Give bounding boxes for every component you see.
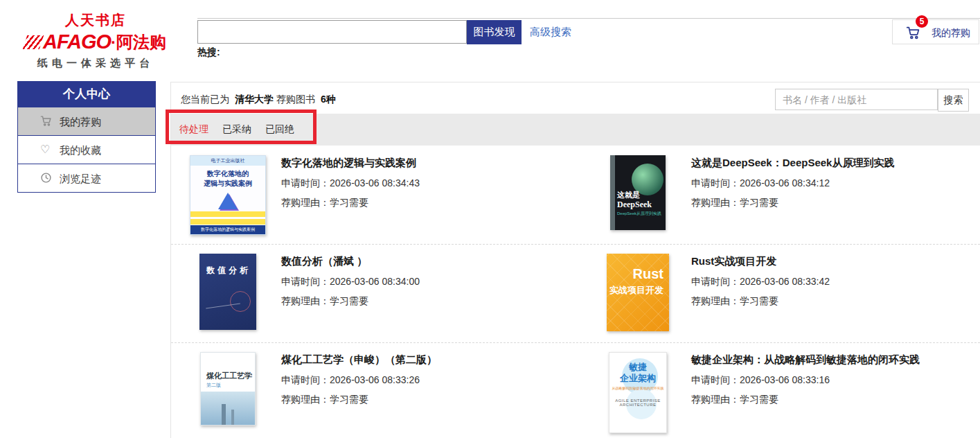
brand-row: AFAGO ·阿法购 — [23, 30, 168, 53]
book-title[interactable]: 敏捷企业架构：从战略解码到敏捷落地的闭环实践 — [691, 353, 980, 367]
time-value: 2026-03-06 08:34:00 — [330, 276, 420, 287]
time-value: 2026-03-06 08:33:26 — [330, 374, 420, 385]
reason-label: 荐购理由： — [691, 295, 740, 306]
cover-text: 这就是 — [617, 190, 640, 200]
reason-label: 荐购理由： — [281, 197, 330, 208]
cover-text: 企业架构 — [609, 372, 666, 385]
cover-graphic — [218, 193, 238, 209]
advanced-search-link[interactable]: 高级搜索 — [530, 26, 571, 39]
cover-text: 数值分析 — [206, 265, 251, 277]
cover-text: 实战项目开发 — [609, 284, 663, 297]
book-title[interactable]: 煤化工工艺学（申峻）（第二版） — [281, 353, 572, 367]
site-logo[interactable]: 人天书店 AFAGO ·阿法购 纸电一体采选平台 — [23, 11, 168, 70]
reason-label: 荐购理由： — [281, 394, 330, 405]
cart-count-badge: 5 — [916, 15, 928, 28]
book-cover[interactable]: 敏捷 企业架构 从战略解码到敏捷落地的闭环实践 AGILE ENTERPRISE… — [600, 352, 676, 433]
tab-pending[interactable]: 待处理 — [179, 123, 208, 136]
brand-latin: AFAGO — [43, 30, 111, 53]
sidebar-item-my-recommendations[interactable]: 我的荐购 — [18, 107, 155, 135]
reason-value: 学习需要 — [740, 197, 778, 208]
cart-label: 我的荐购 — [932, 27, 970, 40]
personal-center-sidebar: 个人中心 我的荐购 ♡ 我的收藏 浏览足迹 — [17, 81, 156, 193]
cover-graphic — [201, 392, 255, 425]
time-label: 申请时间： — [691, 276, 740, 287]
summary-count: 6种 — [321, 94, 336, 105]
time-value: 2026-03-06 08:34:12 — [740, 177, 830, 189]
book-title[interactable]: 数字化落地的逻辑与实践案例 — [281, 157, 572, 170]
cover-graphic — [231, 410, 234, 425]
cover-text: 电子工业出版社 — [190, 156, 265, 166]
book-cover[interactable]: 煤化工工艺学 第二版 — [190, 352, 266, 426]
book-item[interactable]: 煤化工工艺学 第二版 煤化工工艺学（申峻）（第二版） 申请时间：2026-03-… — [190, 342, 578, 438]
cover-text: DeepSeek从原理到实践 — [617, 211, 661, 217]
main-search-input[interactable] — [197, 20, 467, 44]
recommendations-panel: 您当前已为清华大学荐购图书6种 搜索 待处理 已采纳 已回绝 电子工业出版社 数… — [170, 82, 980, 438]
time-value: 2026-03-06 08:34:43 — [330, 177, 420, 189]
cover-text: 第二版 — [206, 382, 221, 389]
book-item[interactable]: Rust 实战项目开发 Rust实战项目开发 申请时间：2026-03-06 0… — [600, 244, 980, 342]
cover-text: 数字化落地的逻辑与实践案例 — [190, 225, 265, 234]
summary-org: 清华大学 — [235, 94, 274, 105]
sidebar-item-label: 我的收藏 — [60, 144, 101, 156]
summary-line: 您当前已为清华大学荐购图书6种 — [181, 94, 339, 106]
sidebar-item-my-favorites[interactable]: ♡ 我的收藏 — [18, 135, 155, 164]
book-item[interactable]: 敏捷 企业架构 从战略解码到敏捷落地的闭环实践 AGILE ENTERPRISE… — [600, 342, 980, 438]
cover-text: Rust — [633, 266, 663, 282]
summary-prefix: 您当前已为 — [181, 94, 229, 105]
reason-label: 荐购理由： — [691, 394, 740, 405]
cover-graphic — [230, 291, 251, 312]
time-label: 申请时间： — [691, 177, 740, 189]
book-item[interactable]: 这就是 DeepSeek DeepSeek从原理到实践 这就是DeepSeek：… — [600, 146, 980, 244]
hot-search-label: 热搜: — [197, 46, 220, 59]
filter-search-button[interactable]: 搜索 — [938, 89, 969, 112]
page: 人天书店 AFAGO ·阿法购 纸电一体采选平台 图书发现 高级搜索 热搜: 5… — [0, 0, 980, 438]
cover-text: AGILE ENTERPRISE ARCHITECTURE — [609, 398, 666, 407]
my-recommendations-cart[interactable]: 5 我的荐购 — [892, 19, 979, 44]
sidebar-item-label: 浏览足迹 — [60, 173, 101, 184]
book-cover[interactable]: 这就是 DeepSeek DeepSeek从原理到实践 — [600, 155, 676, 230]
sidebar-title: 个人中心 — [18, 82, 155, 107]
reason-value: 学习需要 — [330, 197, 368, 208]
logo-tagline: 纸电一体采选平台 — [23, 57, 168, 70]
reason-value: 学习需要 — [330, 295, 368, 306]
reason-value: 学习需要 — [740, 394, 778, 405]
reason-value: 学习需要 — [330, 394, 368, 405]
tab-rejected[interactable]: 已回绝 — [265, 123, 294, 136]
book-item[interactable]: 数值分析 数值分析（潘斌 ） 申请时间：2026-03-06 08:34:00 … — [190, 244, 578, 342]
time-label: 申请时间： — [281, 374, 330, 385]
book-title[interactable]: Rust实战项目开发 — [691, 255, 980, 268]
book-title[interactable]: 数值分析（潘斌 ） — [281, 255, 572, 268]
time-label: 申请时间： — [691, 374, 740, 385]
tab-accepted[interactable]: 已采纳 — [222, 123, 251, 136]
header-divider — [197, 18, 980, 19]
cover-text: 逻辑与实践案例 — [190, 179, 265, 189]
cover-text: DeepSeek — [617, 200, 652, 210]
book-item[interactable]: 电子工业出版社 数字化落地的 逻辑与实践案例 数字化落地的逻辑与实践案例 数字化… — [190, 146, 578, 244]
heart-icon: ♡ — [40, 143, 53, 156]
reason-label: 荐购理由： — [691, 197, 740, 208]
book-filter-input[interactable] — [775, 89, 938, 110]
sidebar-item-browsing-history[interactable]: 浏览足迹 — [18, 164, 155, 192]
clock-icon — [40, 172, 53, 184]
cover-graphic — [190, 211, 265, 217]
sidebar-item-label: 我的荐购 — [60, 116, 101, 128]
cover-text: 从战略解码到敏捷落地的闭环实践 — [609, 386, 666, 390]
cover-graphic — [190, 219, 265, 225]
time-value: 2026-03-06 08:33:16 — [740, 374, 830, 385]
brand-chinese: ·阿法购 — [111, 31, 166, 53]
time-value: 2026-03-06 08:33:42 — [740, 276, 830, 287]
book-cover[interactable]: Rust 实战项目开发 — [600, 254, 676, 331]
cover-graphic — [610, 155, 615, 230]
cover-graphic — [222, 404, 226, 425]
status-tabbar: 待处理 已采纳 已回绝 — [171, 114, 980, 146]
book-cover[interactable]: 数值分析 — [190, 254, 266, 330]
book-cover[interactable]: 电子工业出版社 数字化落地的 逻辑与实践案例 数字化落地的逻辑与实践案例 — [190, 155, 266, 235]
book-discover-button[interactable]: 图书发现 — [467, 20, 522, 44]
reason-value: 学习需要 — [740, 295, 778, 306]
summary-middle: 荐购图书 — [276, 94, 315, 105]
time-label: 申请时间： — [281, 177, 330, 189]
reason-label: 荐购理由： — [281, 295, 330, 306]
cover-text: 数字化落地的 — [190, 169, 265, 179]
book-title[interactable]: 这就是DeepSeek：DeepSeek从原理到实践 — [691, 157, 980, 170]
logo-stripes-icon — [23, 35, 44, 49]
